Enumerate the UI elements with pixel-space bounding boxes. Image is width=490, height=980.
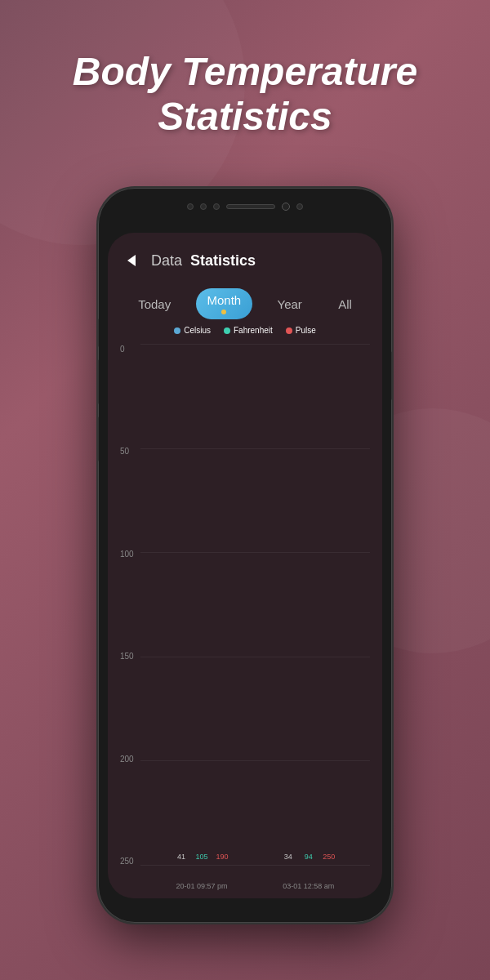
phone-dot-1	[187, 203, 194, 210]
bar-label-celsius-2: 34	[284, 853, 292, 861]
legend-fahrenheit-dot	[224, 327, 230, 334]
tab-all[interactable]: All	[327, 292, 363, 316]
legend-fahrenheit: Fahrenheit	[224, 326, 273, 335]
phone-volume-mute-button	[98, 318, 99, 347]
y-label-50: 50	[120, 447, 134, 456]
phone-camera	[282, 203, 290, 211]
x-label-1: 20-01 09:57 pm	[176, 882, 227, 890]
statistics-label: Statistics	[190, 252, 256, 269]
phone-frame: Data Statistics Today Month Year All	[98, 188, 392, 923]
y-label-100: 100	[120, 550, 134, 559]
back-button[interactable]	[120, 249, 143, 272]
phone-dot-2	[200, 203, 207, 210]
bar-label-celsius-1: 41	[177, 853, 185, 861]
screen-content: Data Statistics Today Month Year All	[108, 233, 382, 898]
page-title: Body Temperature Statistics	[0, 49, 490, 139]
phone-volume-up-button	[98, 359, 99, 404]
y-label-250: 250	[120, 857, 134, 866]
tab-month-dot	[221, 310, 226, 314]
x-axis-labels: 20-01 09:57 pm 03-01 12:58 am	[140, 882, 370, 890]
phone-dot-3	[213, 203, 220, 210]
bar-label-pulse-2: 250	[323, 853, 335, 861]
phone-power-button	[391, 351, 392, 400]
tabs-container: Today Month Year All	[120, 288, 370, 319]
bar-label-pulse-1: 190	[216, 853, 229, 861]
data-label: Data	[151, 252, 182, 269]
phone-dot-4	[296, 203, 303, 210]
y-label-0: 0	[120, 345, 134, 354]
phone-screen: Data Statistics Today Month Year All	[108, 233, 382, 898]
phone-top-bar	[98, 203, 392, 211]
chart-bars: 41 105 190 34	[140, 345, 370, 866]
title-line1: Body Temperature	[73, 50, 417, 93]
chart-legend: Celsius Fahrenheit Pulse	[120, 326, 370, 335]
legend-pulse: Pulse	[286, 326, 316, 335]
legend-celsius: Celsius	[174, 326, 211, 335]
tab-all-label: All	[338, 297, 352, 311]
y-label-150: 150	[120, 652, 134, 661]
chart-area: 250 200 150 100 50 0	[120, 345, 370, 890]
tab-today-label: Today	[138, 297, 171, 311]
tab-year[interactable]: Year	[266, 292, 314, 316]
legend-celsius-label: Celsius	[184, 326, 211, 335]
bar-label-fahrenheit-2: 94	[305, 853, 313, 861]
legend-pulse-label: Pulse	[296, 326, 316, 335]
chart-main: 41 105 190 34	[140, 345, 370, 890]
y-axis: 250 200 150 100 50 0	[120, 345, 140, 890]
back-chevron-icon	[127, 255, 136, 266]
screen-header: Data Statistics	[120, 249, 370, 272]
title-line2: Statistics	[158, 95, 332, 138]
legend-celsius-dot	[174, 327, 180, 334]
bar-label-fahrenheit-1: 105	[196, 853, 208, 861]
legend-fahrenheit-label: Fahrenheit	[234, 326, 273, 335]
x-label-2: 03-01 12:58 am	[283, 882, 334, 890]
tab-month[interactable]: Month	[196, 288, 253, 319]
y-label-200: 200	[120, 755, 134, 764]
phone-volume-down-button	[98, 416, 99, 461]
tab-month-label: Month	[207, 293, 242, 307]
tab-today[interactable]: Today	[127, 292, 182, 316]
tab-year-label: Year	[278, 297, 302, 311]
screen-title: Data Statistics	[151, 252, 256, 270]
legend-pulse-dot	[286, 327, 292, 334]
phone-speaker	[226, 204, 275, 209]
